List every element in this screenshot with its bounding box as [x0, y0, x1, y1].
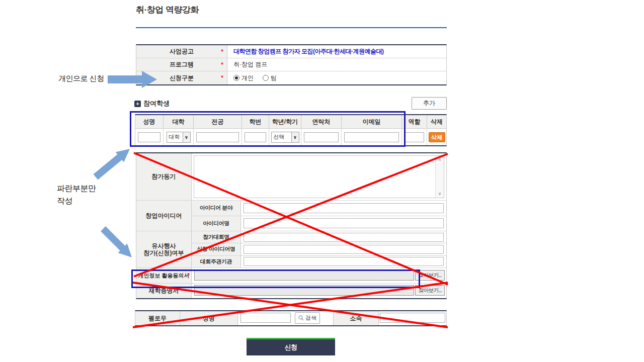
startup-idea-content: 아이디어 분야 아이디어명 — [192, 201, 446, 231]
col-header-name: 성명 — [135, 115, 164, 129]
required-asterisk: * — [187, 272, 190, 279]
business-notice-label-cell: 사업공고 * — [136, 45, 227, 58]
business-notice-label: 사업공고 — [170, 47, 194, 56]
radio-team[interactable]: 팀 — [263, 74, 277, 82]
student-contact-input[interactable] — [304, 132, 339, 142]
radio-individual[interactable]: 개인 — [233, 74, 254, 82]
contest-host-label: 대회주관기관 — [192, 256, 241, 267]
privacy-consent-row: 개인정보 활용동의서 * 찾아보기... — [136, 268, 446, 284]
textarea-scrollbar[interactable]: ∧ ∨ — [435, 156, 444, 198]
chevron-down-icon: ∨ — [183, 132, 190, 142]
students-header-row: 성명 대학 전공 학번 학년/학기 연락처 이메일 역할 삭제 — [135, 115, 446, 129]
col-header-major: 전공 — [194, 115, 242, 129]
annotation-individual-note: 개인으로 신청 — [58, 74, 104, 83]
motivation-textarea[interactable]: ∧ ∨ — [194, 155, 444, 198]
program-value: 취·창업 캠프 — [233, 60, 267, 69]
year-term-select[interactable]: 선택 ∨ — [271, 132, 299, 143]
table-row: 프로그램 * 취·창업 캠프 — [136, 58, 446, 71]
idea-name-input[interactable] — [244, 218, 444, 228]
applied-idea-label: 신청 아이디어명 — [192, 243, 241, 255]
program-value-cell: 취·창업 캠프 — [227, 58, 446, 71]
enrollment-cert-label: 재학증명서 — [149, 287, 179, 295]
university-select[interactable]: 대학 ∨ — [167, 132, 191, 143]
contest-name-label: 참가대회명 — [192, 231, 241, 243]
annotation-blue-note-line2: 작성 — [57, 197, 72, 205]
required-asterisk: * — [221, 74, 223, 81]
contest-host-input[interactable] — [244, 257, 444, 266]
similar-event-label-cell: 유사행사 참가(신청)여부 — [136, 231, 192, 267]
annotation-blue-note: 파란부분만 작성 — [57, 182, 96, 207]
fellow-name-input[interactable] — [240, 313, 291, 323]
scroll-up-icon[interactable]: ∧ — [436, 156, 444, 163]
title-underline — [136, 27, 447, 28]
submit-button[interactable]: 신청 — [247, 338, 335, 355]
program-label: 프로그램 — [170, 60, 194, 69]
scroll-down-icon[interactable]: ∨ — [436, 190, 444, 198]
fellow-affiliation-input[interactable] — [380, 313, 445, 323]
motivation-label-cell: 참가동기 — [136, 153, 192, 200]
enrollment-file-input[interactable] — [194, 285, 414, 296]
section-title-students: 참여학생 — [143, 99, 170, 108]
privacy-consent-label-cell: 개인정보 활용동의서 * — [136, 268, 192, 283]
similar-event-label-line1: 유사행사 — [152, 242, 176, 249]
student-id-input[interactable] — [245, 132, 266, 142]
similar-event-label-line2: 참가(신청)여부 — [144, 249, 184, 256]
col-header-university: 대학 — [164, 115, 194, 129]
similar-event-row: 유사행사 참가(신청)여부 참가대회명 신청 아이디어명 대회주관기관 — [136, 231, 446, 268]
business-notice-value-cell: 대학연합 창업캠프 참가자 모집(아주대·한세대·계원예술대) — [227, 45, 446, 58]
fellow-search-button-label: 검색 — [305, 314, 316, 322]
radio-checked-icon[interactable] — [233, 75, 239, 81]
col-header-contact: 연락처 — [301, 115, 342, 129]
enrollment-cert-content: 찾아보기... — [192, 284, 446, 298]
table-row: 사업공고 * 대학연합 창업캠프 참가자 모집(아주대·한세대·계원예술대) — [136, 45, 446, 58]
col-header-email: 이메일 — [342, 115, 402, 129]
col-header-year-term: 학년/학기 — [269, 115, 301, 129]
fellow-affiliation-label: 소속 — [334, 311, 379, 325]
contest-name-input[interactable] — [244, 233, 444, 242]
fellow-label: 펠로우 — [135, 311, 180, 325]
privacy-consent-label: 개인정보 활용동의서 — [138, 272, 189, 280]
startup-idea-row: 창업아이디어 아이디어 분야 아이디어명 — [136, 201, 446, 231]
application-type-label-cell: 신청구분 * — [136, 71, 227, 84]
radio-team-label[interactable]: 팀 — [271, 74, 277, 82]
student-name-input[interactable] — [138, 132, 160, 142]
col-header-student-id: 학번 — [242, 115, 269, 129]
business-notice-value[interactable]: 대학연합 창업캠프 참가자 모집(아주대·한세대·계원예술대) — [233, 47, 384, 56]
add-student-button[interactable]: 추가 — [412, 97, 447, 110]
delete-student-button[interactable]: 삭제 — [429, 132, 445, 142]
fellow-search-cell: 검색 — [238, 311, 334, 325]
detail-form-table: 참가동기 ∧ ∨ 창업아이디어 아이디어 분야 — [136, 152, 447, 299]
student-major-input[interactable] — [196, 132, 239, 142]
contest-name-subrow: 참가대회명 — [192, 231, 446, 243]
chevron-down-icon: ∨ — [291, 132, 299, 142]
university-select-value: 대학 — [167, 133, 183, 141]
students-input-row: 대학 ∨ 선택 ∨ 삭제 — [135, 129, 446, 145]
radio-individual-label[interactable]: 개인 — [242, 74, 254, 82]
radio-unchecked-icon[interactable] — [263, 75, 269, 81]
col-header-delete: 삭제 — [427, 115, 446, 129]
fellow-name-label: 성명 — [180, 311, 238, 325]
idea-field-input[interactable] — [244, 203, 444, 213]
privacy-consent-content: 찾아보기... — [192, 268, 446, 283]
arrow-up-right-icon — [94, 149, 130, 179]
motivation-row: 참가동기 ∧ ∨ — [136, 153, 446, 201]
idea-name-subrow: 아이디어명 — [192, 216, 446, 231]
required-asterisk: * — [221, 61, 223, 68]
application-form-page: 취·창업 역량강화 사업공고 * 대학연합 창업캠프 참가자 모집(아주대·한세… — [0, 0, 644, 362]
startup-idea-label-cell: 창업아이디어 — [136, 201, 192, 231]
col-header-role: 역할 — [402, 115, 427, 129]
privacy-browse-button[interactable]: 찾아보기... — [415, 270, 445, 281]
student-role-input[interactable] — [405, 132, 424, 142]
motivation-label: 참가동기 — [152, 172, 176, 181]
idea-name-label: 아이디어명 — [192, 216, 241, 231]
fellow-row: 펠로우 성명 검색 소속 — [135, 311, 446, 325]
students-table: 성명 대학 전공 학번 학년/학기 연락처 이메일 역할 삭제 대학 ∨ 선택 — [135, 114, 447, 146]
fellow-search-button[interactable]: 검색 — [295, 312, 320, 324]
student-email-input[interactable] — [344, 132, 399, 142]
enrollment-cert-label-cell: 재학증명서 — [136, 284, 192, 298]
search-icon — [298, 315, 304, 321]
applied-idea-input[interactable] — [244, 245, 444, 254]
enrollment-browse-button[interactable]: 찾아보기... — [415, 285, 445, 296]
privacy-file-input[interactable] — [194, 270, 414, 281]
applied-idea-subrow: 신청 아이디어명 — [192, 243, 446, 255]
